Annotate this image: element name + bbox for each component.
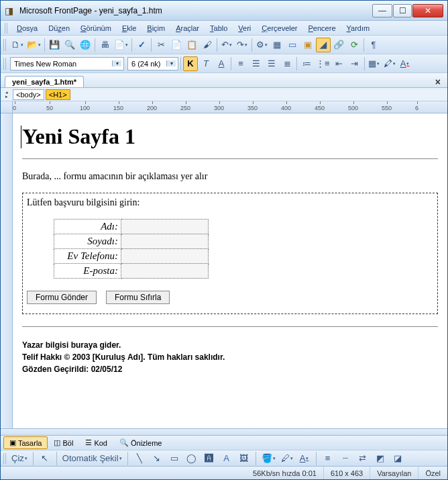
- footer-copyright[interactable]: Telif Hakkı © 2003 [Kuruluş Adı]. Tüm ha…: [22, 351, 438, 363]
- field-label[interactable]: Adı:: [54, 220, 121, 234]
- cut-button[interactable]: ✂: [154, 38, 168, 52]
- print-button[interactable]: 🖶: [97, 38, 112, 52]
- field-adi-input[interactable]: [124, 222, 205, 232]
- highlight-button[interactable]: 🖍▾: [382, 56, 397, 71]
- field-evtelefonu-input[interactable]: [124, 251, 205, 262]
- dropdown-icon[interactable]: ▾: [112, 60, 121, 66]
- arrow-button[interactable]: ↘: [150, 451, 164, 466]
- layer-button[interactable]: ▭: [285, 38, 300, 52]
- dash-style-button[interactable]: ┄: [338, 451, 353, 466]
- indent-button[interactable]: ⇥: [347, 56, 362, 71]
- field-eposta-input[interactable]: [124, 266, 205, 277]
- fill-color-button[interactable]: 🪣▾: [260, 451, 277, 466]
- oval-button[interactable]: ◯: [184, 451, 199, 466]
- form-area[interactable]: Lütfen başvuru bilgisini girin: Adı: Soy…: [22, 193, 438, 314]
- tab-bol[interactable]: ◫Böl: [48, 436, 79, 449]
- menu-pencere[interactable]: Pencere: [303, 23, 341, 34]
- font-combo[interactable]: Times New Roman ▾: [10, 57, 124, 70]
- open-button[interactable]: 📂▾: [25, 38, 42, 52]
- table-button[interactable]: ▦: [270, 38, 284, 52]
- reset-button[interactable]: Formu Sıfırla: [106, 291, 170, 304]
- refresh-button[interactable]: ⟳: [347, 38, 361, 52]
- align-left-button[interactable]: ≡: [233, 56, 248, 71]
- arrow-style-button[interactable]: ⇄: [355, 451, 370, 466]
- size-combo[interactable]: 6 (24 nk) ▾: [127, 57, 178, 70]
- numbered-list-button[interactable]: ≔: [299, 56, 314, 71]
- form-prompt[interactable]: Lütfen başvuru bilgisini girin:: [27, 197, 433, 208]
- form-table[interactable]: Adı: Soyadı: Ev Telefonu:: [54, 219, 209, 279]
- menu-bicim[interactable]: Biçim: [142, 23, 170, 34]
- shadow-button[interactable]: ◩: [373, 451, 388, 466]
- rectangle-button[interactable]: ▭: [167, 451, 182, 466]
- save-button[interactable]: 💾: [47, 38, 62, 52]
- hyperlink-button[interactable]: 🔗: [331, 38, 346, 52]
- font-color-button[interactable]: A▾: [398, 56, 412, 71]
- draw-menu[interactable]: Çiz▾: [10, 451, 29, 466]
- menu-tablo[interactable]: Tablo: [205, 23, 233, 34]
- drawing-button[interactable]: ◢: [316, 38, 331, 52]
- footer-revised[interactable]: Gözden Geçirildi: 02/05/12: [22, 363, 438, 375]
- show-all-button[interactable]: ¶: [366, 38, 381, 52]
- textbox-button[interactable]: 🅰: [202, 451, 217, 466]
- align-center-button[interactable]: ☰: [249, 56, 264, 71]
- menu-yardim[interactable]: Yardım: [341, 23, 376, 34]
- autoshape-menu[interactable]: Otomatik Şekil▾: [61, 451, 123, 466]
- web-component-button[interactable]: ⚙▾: [254, 38, 269, 52]
- dropdown-icon[interactable]: ▾: [166, 60, 176, 66]
- publish-button[interactable]: 🌐: [78, 38, 93, 52]
- menu-duzen[interactable]: Düzen: [43, 23, 75, 34]
- footer-author[interactable]: Yazar bilgisi buraya gider.: [22, 339, 438, 351]
- field-label[interactable]: Ev Telefonu:: [54, 249, 121, 264]
- close-button[interactable]: ✕: [412, 4, 443, 17]
- copy-button[interactable]: 📄: [169, 38, 184, 52]
- font-color-draw-button[interactable]: A▾: [297, 451, 312, 466]
- page-content[interactable]: Yeni Sayfa 1 Burada, ... formu amacının …: [13, 113, 447, 389]
- line-color-button[interactable]: 🖊▾: [280, 451, 294, 466]
- picture-button[interactable]: ▣: [300, 38, 315, 52]
- tag-nav-arrows[interactable]: ◂▸: [2, 89, 11, 100]
- field-soyadi-input[interactable]: [124, 236, 205, 247]
- search-button[interactable]: 🔍: [62, 38, 77, 52]
- redo-button[interactable]: ↷▾: [235, 38, 249, 52]
- undo-button[interactable]: ↶▾: [219, 38, 234, 52]
- paste-button[interactable]: 📋: [184, 38, 199, 52]
- bold-button[interactable]: K: [183, 56, 198, 71]
- intro-text[interactable]: Burada, ... formu amacının bir açıklamas…: [22, 171, 438, 182]
- tab-kod[interactable]: ☰Kod: [79, 436, 113, 449]
- spell-button[interactable]: ✓: [134, 38, 149, 52]
- drag-handle-icon[interactable]: [3, 58, 7, 70]
- menu-cerceveler[interactable]: Çerçeveler: [256, 23, 302, 34]
- select-objects-button[interactable]: ↖: [38, 451, 52, 466]
- preview-button[interactable]: 📄▾: [113, 38, 129, 52]
- tab-tasarla[interactable]: ▣Tasarla: [3, 436, 48, 449]
- menu-araclar[interactable]: Araçlar: [170, 23, 205, 34]
- ruler-horizontal[interactable]: 0501001502002503003504004505005506: [1, 101, 447, 113]
- close-document-button[interactable]: ×: [433, 77, 443, 87]
- submit-button[interactable]: Formu Gönder: [27, 291, 97, 304]
- drag-handle-icon[interactable]: [3, 39, 7, 51]
- format-painter-button[interactable]: 🖌: [200, 38, 215, 52]
- drag-handle-icon[interactable]: [3, 453, 7, 464]
- drag-handle-icon[interactable]: [5, 23, 9, 34]
- document-tab[interactable]: yeni_sayfa_1.htm*: [5, 76, 84, 87]
- line-button[interactable]: ╲: [132, 451, 147, 466]
- bulleted-list-button[interactable]: ⋮≡: [315, 56, 331, 71]
- clipart-button[interactable]: 🖼: [237, 451, 251, 466]
- field-label[interactable]: Soyadı:: [54, 234, 121, 249]
- menu-dosya[interactable]: Dosya: [11, 23, 43, 34]
- ruler-vertical[interactable]: [1, 113, 13, 428]
- field-label[interactable]: E-posta:: [54, 264, 121, 279]
- menu-veri[interactable]: Veri: [233, 23, 256, 34]
- menu-gorunum[interactable]: Görünüm: [75, 23, 117, 34]
- tag-body[interactable]: <body>: [13, 89, 44, 100]
- page-heading[interactable]: Yeni Sayfa 1: [22, 124, 438, 149]
- align-right-button[interactable]: ☰: [264, 56, 279, 71]
- outdent-button[interactable]: ⇤: [332, 56, 347, 71]
- new-button[interactable]: 🗋▾: [10, 38, 25, 52]
- tab-onizleme[interactable]: 🔍Önizleme: [113, 436, 168, 449]
- maximize-button[interactable]: ☐: [393, 4, 412, 17]
- italic-button[interactable]: T: [199, 56, 213, 71]
- borders-button[interactable]: ▦▾: [367, 56, 382, 71]
- wordart-button[interactable]: A: [219, 451, 234, 466]
- 3d-button[interactable]: ◪: [390, 451, 405, 466]
